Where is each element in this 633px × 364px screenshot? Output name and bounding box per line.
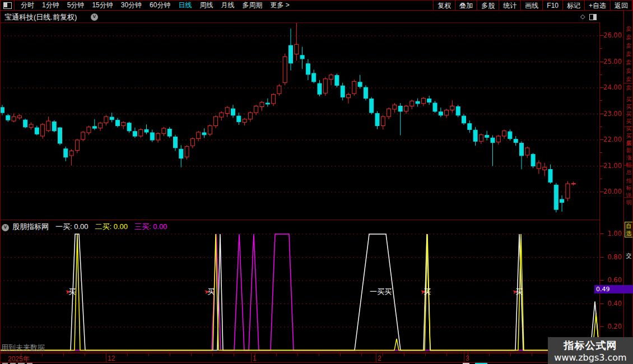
indicator-header: 股朋指标网 一买: 0.00二买: 0.00三买: 0.00 — [0, 222, 167, 231]
price-label-23.00: 23.00 — [603, 110, 622, 118]
stock-title: 宝通科技(日线.前复权) — [4, 12, 77, 22]
indicator-panel[interactable] — [0, 220, 599, 352]
indicator-label-0.20: 0.20 — [607, 323, 622, 330]
watchlist-char: 选 — [625, 230, 632, 237]
indicator-svg — [0, 220, 599, 353]
period-toolbar: 分时1分钟5分钟15分钟30分钟60分钟日线周线月线多周期更多 ˃ 复权叠加多股… — [0, 0, 633, 11]
chevron-down-icon[interactable]: ˅ — [91, 13, 98, 21]
sidebar-tab-char[interactable]: 买 — [625, 118, 632, 125]
price-label-22.00: 22.00 — [603, 136, 622, 143]
indicator-field-二买: 二买: 0.00 — [95, 222, 128, 232]
split-panel-icon[interactable] — [589, 14, 597, 20]
sidebar-tab-char[interactable]: 卖 — [625, 59, 632, 66]
indicator-label-0.80: 0.80 — [607, 253, 622, 261]
sidebar-tab-char[interactable]: 涨 — [625, 154, 632, 161]
period-tab-日线[interactable]: 日线 — [178, 1, 192, 10]
diamond-icon[interactable]: ◇ — [580, 13, 585, 20]
watchlist-vertical-button[interactable]: 自选 — [625, 222, 633, 237]
tool-button-返回[interactable]: 返回 — [610, 1, 632, 11]
price-label-26.00: 26.00 — [603, 31, 622, 39]
period-tab-分时[interactable]: 分时 — [21, 1, 34, 10]
sidebar-tab-char[interactable]: 卖 — [625, 50, 632, 58]
period-tab-5分钟[interactable]: 5分钟 — [67, 1, 85, 10]
price-tick — [600, 166, 604, 166]
sidebar-tab-char[interactable]: 卖 — [625, 42, 632, 49]
tool-button-多股[interactable]: 多股 — [477, 1, 499, 11]
right-sidebar: 卖卖卖卖卖卖卖卖买买买买买买买最新涨幅总指标说明自选交 — [623, 11, 633, 364]
month-tick — [464, 353, 464, 362]
tool-button-F10[interactable]: F10 — [542, 1, 562, 11]
price-tick — [600, 192, 604, 192]
price-minor-tick — [600, 179, 602, 179]
border-left — [0, 0, 1, 364]
month-tick — [106, 353, 106, 362]
tool-button-+自选[interactable]: +自选 — [584, 1, 610, 11]
tool-button-复权[interactable]: 复权 — [433, 1, 455, 11]
price-minor-tick — [600, 74, 602, 75]
indicator-field-三买: 三买: 0.00 — [134, 222, 167, 232]
time-label-3: 3 — [466, 354, 469, 362]
sidebar-tab-char[interactable]: 卖 — [625, 84, 632, 91]
watermark: 指标公式网 www.zbgs3.com — [548, 337, 633, 364]
kline-chart[interactable] — [0, 22, 599, 220]
sidebar-tab-char[interactable]: 明 — [625, 199, 632, 206]
sidebar-tab-char[interactable]: 卖 — [625, 25, 632, 32]
time-label-2: 2 — [378, 354, 381, 362]
tool-button-标记[interactable]: 标记 — [562, 1, 584, 11]
sidebar-tab-char[interactable]: 新 — [625, 147, 632, 154]
indicator-tick — [600, 280, 604, 281]
tool-button-画线[interactable]: 画线 — [520, 1, 542, 11]
month-tick — [376, 353, 376, 362]
time-axis[interactable]: 2025年12123 — [0, 353, 623, 363]
price-minor-tick — [600, 100, 602, 101]
sidebar-tab-char[interactable]: 买 — [625, 125, 632, 132]
sidebar-tab-char[interactable]: 总 — [625, 169, 632, 176]
tool-button-叠加[interactable]: 叠加 — [455, 1, 477, 11]
sidebar-divider — [624, 197, 633, 198]
sidebar-tab-char[interactable]: 卖 — [625, 67, 632, 74]
watermark-url: www.zbgs3.com — [554, 352, 626, 363]
sidebar-tab-char[interactable]: 指 — [625, 177, 632, 184]
buy-signal-marker-1: ➤买 — [65, 287, 76, 297]
time-label-12: 12 — [108, 354, 115, 362]
price-label-24.00: 24.00 — [603, 83, 622, 91]
sidebar-divider — [624, 165, 633, 166]
price-axis: 26.0025.0024.0023.0022.0021.0020.00 — [599, 22, 623, 220]
sidebar-tab-char[interactable]: 买 — [625, 132, 632, 139]
candlestick-svg — [0, 23, 599, 220]
sidebar-tab-char[interactable]: 卖 — [625, 34, 632, 41]
price-tick — [600, 87, 604, 88]
period-tab-15分钟[interactable]: 15分钟 — [92, 1, 113, 10]
indicator-label-0.60: 0.60 — [607, 276, 622, 284]
latest-value-badge: 0.49 — [594, 285, 633, 293]
sidebar-tab-char[interactable]: 买 — [625, 103, 632, 110]
price-minor-tick — [600, 152, 602, 153]
period-tab-1分钟[interactable]: 1分钟 — [42, 1, 59, 10]
indicator-label-0.40: 0.40 — [607, 300, 622, 307]
sidebar-extra-char: 交 — [625, 252, 632, 259]
period-tab-月线[interactable]: 月线 — [221, 1, 234, 10]
tool-button-统计[interactable]: 统计 — [499, 1, 520, 11]
period-tab-60分钟[interactable]: 60分钟 — [150, 1, 170, 10]
indicator-tick — [600, 257, 604, 258]
period-tab-30分钟[interactable]: 30分钟 — [121, 1, 142, 10]
period-tab-周线[interactable]: 周线 — [199, 1, 213, 10]
buy-signal-marker-5: ➤买 — [512, 287, 523, 297]
price-label-21.00: 21.00 — [603, 162, 622, 170]
period-tab-更多 ˃[interactable]: 更多 ˃ — [270, 1, 289, 10]
future-data-note: 用到未来数据 — [1, 343, 45, 353]
tool-buttons: 复权叠加多股统计画线F10标记+自选返回 — [433, 1, 632, 11]
sidebar-tab-char[interactable]: 买 — [625, 110, 632, 118]
price-minor-tick — [600, 127, 602, 127]
sidebar-tab-char[interactable]: 说 — [625, 192, 632, 199]
buy-signal-marker-3: 一买买 — [370, 287, 392, 297]
sidebar-tab-char[interactable]: 最 — [625, 139, 632, 147]
sidebar-tab-char[interactable]: 标 — [625, 184, 632, 192]
period-tabs: 分时1分钟5分钟15分钟30分钟60分钟日线周线月线多周期更多 ˃ — [15, 1, 290, 10]
window-layout-button[interactable] — [0, 1, 15, 11]
indicator-tick — [600, 326, 604, 327]
sidebar-tab-char[interactable]: 买 — [625, 96, 632, 103]
sidebar-tab-char[interactable]: 卖 — [625, 76, 632, 83]
price-label-20.00: 20.00 — [603, 188, 622, 195]
period-tab-多周期[interactable]: 多周期 — [242, 1, 262, 10]
